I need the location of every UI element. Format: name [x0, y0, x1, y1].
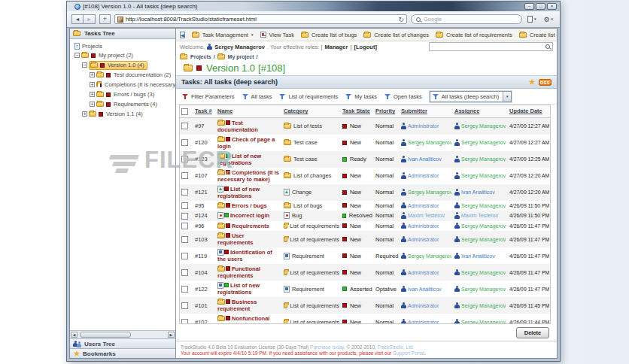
address-bar[interactable]: ↻	[114, 14, 407, 24]
add-bookmark-button[interactable]: +	[99, 14, 111, 24]
maximize-button[interactable]: □	[536, 3, 545, 10]
chevron-down-icon[interactable]: ▼	[503, 92, 511, 102]
minimize-button[interactable]: –	[524, 3, 534, 10]
scroll-right-icon[interactable]: ▶	[168, 332, 175, 338]
row-checkbox[interactable]	[181, 319, 188, 324]
collapse-sidebar-icon[interactable]: ◀	[180, 32, 185, 38]
assignee-link[interactable]: Sergey Managerov	[461, 172, 506, 179]
assignee-link[interactable]: Ivan Analiticov	[461, 253, 495, 259]
sort-name[interactable]: Name	[217, 108, 232, 114]
close-button[interactable]: ×	[547, 3, 557, 10]
submitter-link[interactable]: Administrator	[408, 269, 439, 276]
assignee-link[interactable]: Sergey Managerov	[461, 286, 506, 293]
assignee-link[interactable]: Ivan Analiticov	[461, 189, 495, 196]
tasks-tree-header[interactable]: Tasks Tree	[70, 29, 175, 39]
select-all-checkbox[interactable]	[181, 108, 188, 115]
bookmarks-bar[interactable]: ★ Bookmarks	[70, 348, 175, 358]
sort-assignee[interactable]: Assignee	[454, 108, 479, 114]
settings-menu-button[interactable]: ⚙▼	[542, 14, 555, 24]
scroll-left-icon[interactable]: ◀	[71, 332, 77, 338]
users-tree-bar[interactable]: Users Tree	[70, 338, 175, 348]
expand-icon[interactable]: +	[90, 92, 95, 97]
row-checkbox[interactable]	[181, 156, 188, 162]
assignee-link[interactable]: Sergey Managerov	[461, 156, 506, 162]
tree-item-test-documentation[interactable]: +Test documentation (2)	[72, 70, 175, 80]
tree-item-errors-bugs[interactable]: +Errors / bugs (3)	[72, 89, 175, 99]
scrollbar-thumb[interactable]	[80, 332, 131, 338]
submitter-link[interactable]: Sergey Managerov	[408, 139, 451, 146]
company-link[interactable]: TrackStudio, Ltd.	[378, 344, 415, 350]
app-search-field[interactable]	[429, 42, 553, 51]
filter-list-of-requirements[interactable]: List of requirements	[279, 93, 338, 100]
breadcrumb-projects[interactable]: Projects	[190, 54, 211, 59]
expand-icon[interactable]: +	[90, 102, 95, 107]
expand-icon[interactable]: +	[90, 82, 95, 87]
assignee-link[interactable]: Sergey Managerov	[461, 223, 506, 229]
tree-item-version-1-1[interactable]: +Version 1.1 (4)	[72, 109, 175, 119]
toolbar-item-create-list-of-changes[interactable]: Create list of changes	[363, 32, 429, 38]
submitter-link[interactable]: Maxim Testerov	[408, 212, 445, 219]
toolbar-item-create-list-of-bugs[interactable]: Create list of bugs	[301, 32, 357, 38]
task-name-link[interactable]: Incorrect login	[230, 212, 269, 219]
task-name-link[interactable]: Requirements	[232, 223, 269, 229]
submitter-link[interactable]: Administrator	[408, 319, 439, 324]
assignee-link[interactable]: Sergey Managerov	[461, 123, 506, 129]
row-checkbox[interactable]	[181, 223, 188, 229]
submitter-link[interactable]: Ivan Analiticov	[408, 156, 442, 162]
tree-item-version-1-0[interactable]: −Version 1.0 (4)	[72, 60, 175, 70]
row-checkbox[interactable]	[181, 189, 188, 196]
filter-all-tasks[interactable]: All tasks	[242, 93, 272, 100]
back-button[interactable]: ◄	[71, 14, 84, 24]
submitter-link[interactable]: Administrator	[408, 236, 439, 243]
submitter-link[interactable]: Administrator	[408, 223, 439, 229]
browser-search-input[interactable]	[424, 16, 517, 23]
assignee-link[interactable]: Sergey Managerov	[461, 139, 506, 146]
row-checkbox[interactable]	[181, 236, 188, 243]
sort-task-number[interactable]: Task #	[195, 108, 212, 114]
support-portal-link[interactable]: Support Portal	[393, 350, 424, 356]
logout-link[interactable]: [Logout]	[354, 44, 377, 50]
filter-filter-parameters[interactable]: Filter Parameters	[182, 93, 235, 100]
sort-task-state[interactable]: Task State	[342, 108, 370, 114]
collapse-icon[interactable]: −	[74, 53, 80, 58]
url-input[interactable]	[126, 16, 396, 23]
sort-update-date[interactable]: Update Date	[509, 108, 542, 114]
sort-submitter[interactable]: Submitter	[401, 108, 427, 114]
filter-dropdown[interactable]: All tasks (deep search) ▼	[430, 91, 512, 102]
favorite-star-icon[interactable]: ★	[529, 79, 535, 86]
collapse-icon[interactable]: −	[82, 62, 87, 68]
sidebar-hscrollbar[interactable]: ◀ ▶	[70, 330, 175, 338]
tree-item-projects[interactable]: Projects	[72, 41, 175, 50]
toolbar-item-create-list-of-requirements[interactable]: Create list of requirements	[436, 32, 512, 38]
row-checkbox[interactable]	[181, 202, 188, 209]
row-checkbox[interactable]	[181, 123, 188, 129]
row-checkbox[interactable]	[181, 213, 188, 220]
breadcrumb-my-project[interactable]: My project	[228, 54, 254, 59]
submitter-link[interactable]: Sergey Managerov	[408, 253, 451, 259]
page-menu-button[interactable]: ▼	[526, 14, 538, 24]
app-search-icon[interactable]	[545, 44, 550, 49]
row-checkbox[interactable]	[181, 269, 188, 276]
sort-category[interactable]: Category	[284, 108, 308, 114]
current-user-link[interactable]: Sergey Managerov	[214, 44, 265, 50]
purchase-link[interactable]: Purchase today	[310, 344, 344, 350]
submitter-link[interactable]: Administrator	[408, 202, 439, 209]
assignee-link[interactable]: Maxim Testerov	[461, 212, 498, 219]
tree-item-requirements[interactable]: +Requirements (4)	[72, 99, 175, 109]
task-name-link[interactable]: Errors / bugs	[232, 202, 267, 209]
assignee-link[interactable]: Sergey Managerov	[461, 269, 506, 276]
rss-icon[interactable]: RSS	[539, 79, 552, 86]
filter-my-tasks[interactable]: My tasks	[345, 93, 377, 100]
delete-button[interactable]: Delete	[516, 327, 549, 338]
row-checkbox[interactable]	[181, 253, 188, 259]
expand-icon[interactable]: +	[82, 111, 87, 117]
submitter-link[interactable]: Administrator	[408, 123, 439, 129]
row-checkbox[interactable]	[181, 172, 188, 179]
assignee-link[interactable]: Sergey Managerov	[461, 302, 506, 309]
sort-priority[interactable]: Priority	[375, 108, 395, 114]
forward-button[interactable]: ►	[84, 14, 96, 24]
assignee-link[interactable]: Sergey Managerov	[461, 319, 506, 324]
app-search-input[interactable]	[432, 44, 543, 50]
submitter-link[interactable]: Administrator	[408, 302, 439, 309]
submitter-link[interactable]: Sergey Managerov	[408, 189, 451, 196]
